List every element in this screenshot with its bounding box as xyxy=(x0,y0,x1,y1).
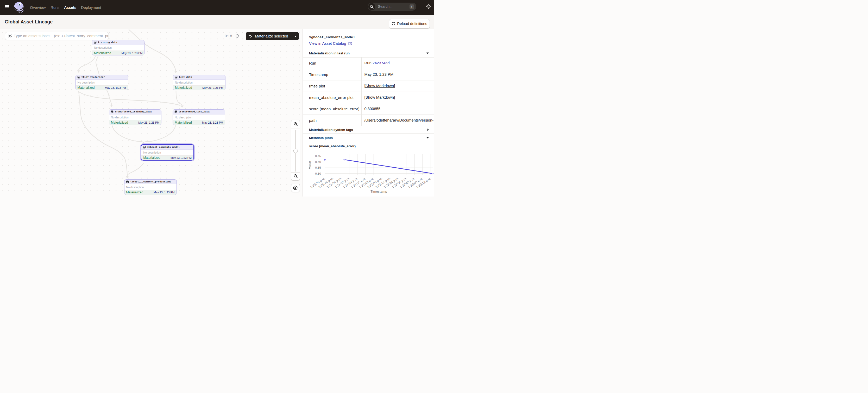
svg-text:Value: Value xyxy=(308,161,312,169)
svg-text:Timestamp: Timestamp xyxy=(370,190,387,193)
svg-text:0.40: 0.40 xyxy=(315,160,321,163)
svg-text:0.45: 0.45 xyxy=(315,154,321,158)
svg-text:0.35: 0.35 xyxy=(315,166,321,169)
svg-text:0.30: 0.30 xyxy=(315,172,321,175)
